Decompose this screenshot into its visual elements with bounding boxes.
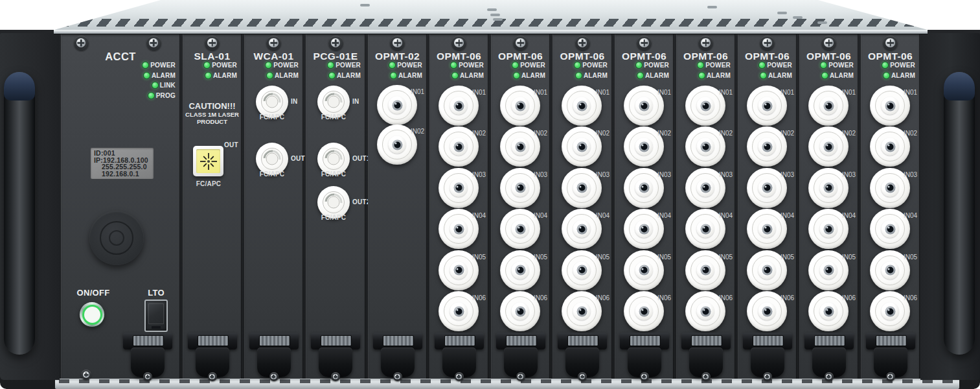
chassis-body: ACCTPOWERALARMLINKPROGID:001IP:192.168.0… [0, 30, 980, 389]
vent-hole [707, 6, 717, 8]
on-off-button[interactable] [80, 302, 104, 327]
connector-ferrule [453, 100, 464, 111]
led-label: POWER [336, 62, 361, 69]
ejector-latch[interactable] [804, 333, 854, 389]
led-alarm-indicator [821, 72, 828, 79]
ejector-latch[interactable] [620, 333, 669, 389]
connector-ring-inner [328, 96, 340, 108]
led-label: POWER [397, 62, 422, 69]
captive-screw-top [451, 36, 466, 51]
ejector-latch[interactable] [123, 333, 172, 389]
connector-ferrule [700, 224, 711, 234]
ferrule-core [702, 143, 709, 150]
ferrule-highlight [580, 268, 582, 270]
latch-screw [886, 372, 895, 381]
jog-knob[interactable] [89, 211, 144, 265]
ejector-latch[interactable] [681, 333, 731, 389]
led-power: POWER [327, 60, 361, 71]
input-in03-label: IN03 [534, 172, 547, 178]
connector-ferrule [885, 306, 895, 316]
input-in04-label: IN04 [596, 213, 610, 219]
ejector-latch[interactable] [435, 333, 484, 389]
latch-grip-pad [259, 335, 290, 346]
ferrule-highlight [580, 104, 582, 106]
captive-screw-top [575, 36, 590, 51]
led-alarm-indicator [451, 72, 459, 79]
connector-ferrule [515, 224, 525, 234]
connector-ferrule [700, 100, 711, 111]
connector-hub [697, 138, 714, 156]
connector-ferrule [885, 183, 895, 193]
ferrule-core [764, 185, 770, 191]
connector-ferrule [453, 141, 464, 152]
ferrule-highlight [642, 309, 644, 311]
led-label: PROG [156, 92, 176, 99]
input-in03-label: IN03 [842, 172, 856, 178]
ejector-latch[interactable] [249, 333, 299, 389]
ferrule-core [517, 308, 523, 314]
top-cover [0, 0, 980, 30]
ejector-latch[interactable] [496, 333, 545, 389]
input-in06-label: IN06 [781, 295, 794, 301]
module-acct: ACCTPOWERALARMLINKPROGID:001IP:192.168.0… [61, 34, 180, 379]
rack-handle-left[interactable] [4, 72, 35, 355]
ejector-latch[interactable] [866, 333, 915, 389]
connector-ferrule [515, 100, 525, 111]
lcd-line: 192.168.0.1 [94, 171, 154, 178]
lto-sfp-port[interactable] [144, 300, 168, 332]
ferrule-core [517, 226, 523, 232]
led-power: POWER [758, 60, 792, 71]
ferrule-core [764, 308, 770, 314]
connector-ferrule [515, 306, 525, 316]
screw-head [764, 374, 770, 380]
connector-ferrule [700, 183, 711, 193]
ferrule-highlight [888, 145, 890, 147]
ferrule-core [578, 267, 585, 274]
ferrule-highlight [518, 309, 520, 311]
connector-ferrule [823, 141, 834, 152]
input-in03-label: IN03 [472, 172, 486, 178]
screw-head [518, 374, 523, 380]
connector-ferrule [885, 224, 895, 234]
lto-label: LTO [137, 288, 176, 298]
vent-hole [360, 4, 370, 6]
screw-head [824, 38, 834, 48]
ferrule-core [578, 308, 585, 314]
led-label: ALARM [521, 72, 545, 79]
laser-aperture[interactable] [193, 146, 223, 176]
ferrule-highlight [765, 185, 767, 187]
rack-handle-right[interactable] [944, 72, 975, 355]
vent-hole [777, 12, 787, 14]
led-alarm: ALARM [698, 71, 731, 81]
port-in-label: IN [291, 99, 298, 105]
input-in06-label: IN06 [472, 295, 486, 301]
connector-ferrule [453, 183, 464, 193]
ferrule-core [455, 267, 462, 274]
connector-ferrule [762, 100, 772, 111]
led-alarm: ALARM [143, 71, 176, 81]
connector-ferrule [823, 224, 834, 234]
latch-screw [331, 372, 340, 381]
ferrule-core [702, 185, 709, 191]
on-off-label: ON/OFF [66, 288, 120, 298]
ferrule-core [825, 143, 832, 150]
ferrule-core [517, 267, 523, 274]
input-in06-label: IN06 [534, 295, 547, 301]
ferrule-core [702, 308, 709, 314]
input-in03-label: IN03 [596, 172, 610, 178]
led-panel: POWERALARM [758, 60, 792, 80]
ferrule-highlight [826, 309, 828, 311]
connector-hub [512, 220, 529, 238]
captive-screw-top [205, 36, 220, 51]
led-panel: POWERALARM [882, 60, 915, 80]
ejector-latch[interactable] [558, 333, 607, 389]
ejector-latch[interactable] [311, 333, 360, 389]
ejector-latch[interactable] [743, 333, 792, 389]
connector-hub [882, 220, 899, 238]
ejector-latch[interactable] [373, 333, 422, 389]
connector-hub [820, 179, 838, 196]
connector-ferrule [823, 306, 834, 316]
chassis-front-lip [54, 30, 928, 34]
input-in04-label: IN04 [534, 213, 547, 219]
ejector-latch[interactable] [188, 333, 237, 389]
